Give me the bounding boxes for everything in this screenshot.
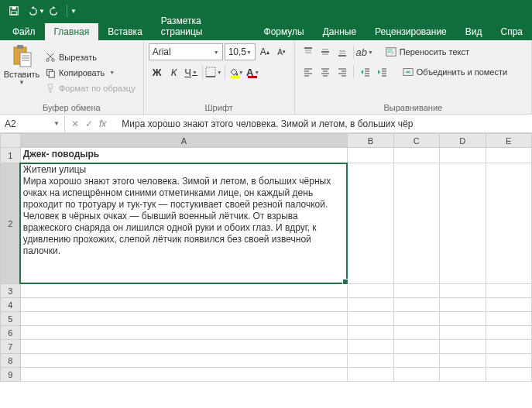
cell-C7[interactable]: [393, 340, 439, 354]
cell-E1[interactable]: [486, 148, 531, 163]
cell-A1[interactable]: Джек- поводырь: [20, 148, 347, 163]
tab-данные[interactable]: Данные: [314, 23, 366, 40]
cell-E3[interactable]: [486, 284, 531, 298]
cell-E2[interactable]: [486, 163, 531, 284]
row-header-8[interactable]: 8: [1, 354, 21, 368]
confirm-edit-button[interactable]: ✓: [85, 118, 93, 129]
tab-разметка страницы[interactable]: Разметка страницы: [152, 12, 255, 40]
tab-file[interactable]: Файл: [3, 23, 45, 40]
tab-главная[interactable]: Главная: [45, 23, 99, 40]
row-header-3[interactable]: 3: [1, 284, 21, 298]
cell-D8[interactable]: [440, 354, 486, 368]
cell-D2[interactable]: [440, 163, 486, 284]
row-header-6[interactable]: 6: [1, 326, 21, 340]
decrease-indent-button[interactable]: [356, 63, 373, 81]
merge-button[interactable]: Объединить и помести: [400, 65, 511, 79]
cell-C5[interactable]: [393, 312, 439, 326]
orientation-button[interactable]: ab▼: [356, 43, 373, 60]
format-painter-button[interactable]: Формат по образцу: [42, 81, 139, 95]
row-header-4[interactable]: 4: [1, 298, 21, 312]
wrap-text-button[interactable]: Переносить текст: [383, 45, 472, 59]
cell-D5[interactable]: [440, 312, 486, 326]
cell-C3[interactable]: [393, 284, 439, 298]
row-header-5[interactable]: 5: [1, 312, 21, 326]
cell-A5[interactable]: [20, 312, 347, 326]
font-color-button[interactable]: А▼: [245, 63, 262, 81]
cell-D1[interactable]: [440, 148, 486, 163]
cell-E8[interactable]: [486, 354, 531, 368]
decrease-font-button[interactable]: A▾: [274, 43, 290, 60]
tab-вид[interactable]: Вид: [456, 23, 492, 40]
increase-font-button[interactable]: A▴: [257, 43, 273, 60]
qat-customize[interactable]: ▼: [70, 8, 77, 15]
cell-C9[interactable]: [393, 368, 439, 382]
align-right-button[interactable]: [334, 63, 351, 81]
column-header-A[interactable]: A: [20, 134, 347, 148]
cell-C6[interactable]: [393, 326, 439, 340]
cell-C1[interactable]: [393, 148, 439, 163]
cell-C8[interactable]: [393, 354, 439, 368]
cancel-edit-button[interactable]: ✕: [71, 118, 79, 129]
column-header-C[interactable]: C: [393, 134, 439, 148]
cell-B7[interactable]: [348, 340, 393, 354]
undo-dropdown[interactable]: ▼: [39, 8, 45, 15]
row-header-9[interactable]: 9: [1, 368, 21, 382]
redo-button[interactable]: [45, 2, 63, 20]
cell-D4[interactable]: [440, 298, 486, 312]
row-header-7[interactable]: 7: [1, 340, 21, 354]
select-all-corner[interactable]: [1, 134, 21, 148]
row-header-2[interactable]: 2: [1, 163, 21, 284]
cell-E5[interactable]: [486, 312, 531, 326]
name-box[interactable]: A2▼: [0, 115, 65, 132]
cut-button[interactable]: Вырезать: [42, 50, 139, 64]
align-top-button[interactable]: [300, 43, 317, 60]
tab-рецензирование[interactable]: Рецензирование: [366, 23, 456, 40]
cell-B5[interactable]: [348, 312, 393, 326]
increase-indent-button[interactable]: [373, 63, 390, 81]
cell-D3[interactable]: [440, 284, 486, 298]
border-button[interactable]: ▼: [205, 63, 222, 81]
cell-B4[interactable]: [348, 298, 393, 312]
align-bottom-button[interactable]: [334, 43, 351, 60]
cell-B6[interactable]: [348, 326, 393, 340]
align-middle-button[interactable]: [317, 43, 334, 60]
cell-C4[interactable]: [393, 298, 439, 312]
align-left-button[interactable]: [300, 63, 317, 81]
formula-bar[interactable]: Мира хорошо знают этого человека. Зимой …: [117, 118, 532, 129]
cell-D6[interactable]: [440, 326, 486, 340]
cell-D9[interactable]: [440, 368, 486, 382]
cell-A4[interactable]: [20, 298, 347, 312]
cell-E9[interactable]: [486, 368, 531, 382]
spreadsheet-grid[interactable]: ABCDE 1Джек- поводырь2Жители улицы Мира …: [0, 133, 532, 382]
fx-button[interactable]: fx: [99, 118, 111, 129]
copy-button[interactable]: Копировать ▼: [42, 66, 139, 80]
tab-спра[interactable]: Спра: [491, 23, 532, 40]
tab-формулы[interactable]: Формулы: [255, 23, 314, 40]
cell-E4[interactable]: [486, 298, 531, 312]
cell-E7[interactable]: [486, 340, 531, 354]
font-name-select[interactable]: Arial▼: [149, 43, 223, 60]
paste-button[interactable]: Вставить ▼: [5, 43, 39, 101]
cell-D7[interactable]: [440, 340, 486, 354]
underline-button[interactable]: Ч▼: [183, 63, 200, 81]
cell-B2[interactable]: [348, 163, 393, 284]
cell-A3[interactable]: [20, 284, 347, 298]
bold-button[interactable]: Ж: [149, 63, 166, 81]
cell-B8[interactable]: [348, 354, 393, 368]
cell-A2[interactable]: Жители улицы Мира хорошо знают этого чел…: [20, 163, 347, 284]
cell-C2[interactable]: [393, 163, 439, 284]
cell-A7[interactable]: [20, 340, 347, 354]
column-header-B[interactable]: B: [348, 134, 393, 148]
column-header-D[interactable]: D: [440, 134, 486, 148]
font-size-select[interactable]: 10,5▼: [225, 43, 256, 60]
row-header-1[interactable]: 1: [1, 148, 21, 163]
cell-B3[interactable]: [348, 284, 393, 298]
cell-B9[interactable]: [348, 368, 393, 382]
cell-A6[interactable]: [20, 326, 347, 340]
italic-button[interactable]: К: [166, 63, 183, 81]
fill-color-button[interactable]: ▼: [228, 63, 245, 81]
cell-A8[interactable]: [20, 354, 347, 368]
save-button[interactable]: [5, 2, 23, 20]
column-header-E[interactable]: E: [486, 134, 531, 148]
tab-вставка[interactable]: Вставка: [98, 23, 152, 40]
